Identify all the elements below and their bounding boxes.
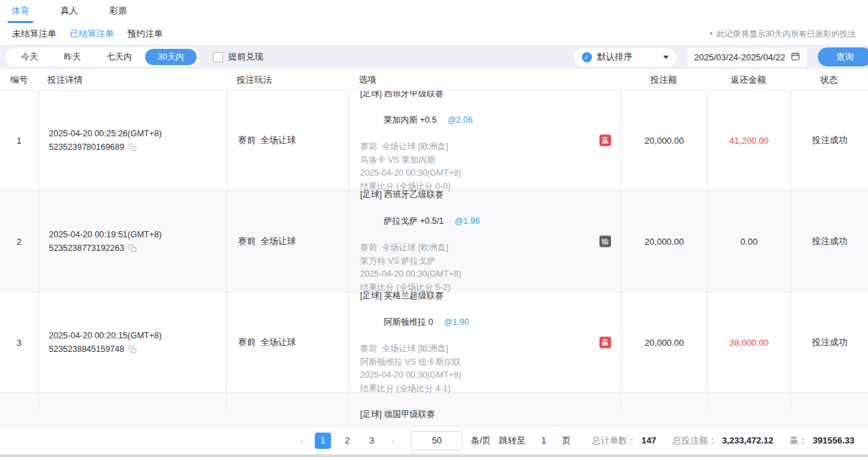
match-time: 2025-04-20 00:30(GMT+8) bbox=[360, 369, 620, 382]
total-count-label: 总计单数： bbox=[592, 435, 636, 447]
cashout-label: 提前兑现 bbox=[228, 51, 263, 63]
league-name: [足球] 西班牙乙级联赛 bbox=[360, 188, 620, 202]
bet-option-cell: [足球] 德国甲级联赛 bbox=[348, 393, 620, 422]
page-2-button[interactable]: 2 bbox=[339, 433, 355, 449]
result-badge: 赢 bbox=[599, 337, 611, 349]
search-button[interactable]: 查询 bbox=[818, 47, 868, 66]
cashout-filter[interactable]: 提前兑现 bbox=[213, 51, 263, 63]
payout-amount: 0.00 bbox=[741, 237, 757, 247]
stake-amount: 20,000.00 bbox=[620, 293, 707, 392]
match-time: 2025-04-20 00:30(GMT+8) bbox=[360, 268, 620, 281]
bet-option-cell: [足球] 西班牙乙级联赛 萨拉戈萨 +0.5/1@1.96 赛前 全场让球 [欧… bbox=[348, 191, 620, 292]
header-option: 选项 bbox=[348, 74, 620, 86]
table-header: 编号 投注详情 投注玩法 选项 投注额 返还金额 状态 bbox=[0, 69, 868, 91]
bet-play-cell: 赛前 全场让球 bbox=[226, 293, 348, 392]
filter-today[interactable]: 今天 bbox=[8, 49, 51, 65]
page-3-button[interactable]: 3 bbox=[363, 433, 380, 449]
filter-yesterday[interactable]: 昨天 bbox=[51, 49, 94, 65]
payout-amount bbox=[707, 393, 790, 408]
result-badge: 输 bbox=[599, 236, 611, 247]
stake-amount: 20,000.00 bbox=[620, 191, 707, 292]
sort-dropdown[interactable]: ✓ 默认排序 bbox=[574, 48, 677, 66]
filter-bar: 今天 昨天 七天内 30天内 提前兑现 ✓ 默认排序 2025/03/24-20… bbox=[0, 45, 868, 69]
odds-value: @1.90 bbox=[444, 317, 469, 327]
bet-id: 5235239780169689 bbox=[49, 142, 124, 152]
subtab-settled[interactable]: 已结算注单 bbox=[63, 28, 121, 40]
tab-live-casino[interactable]: 真人 bbox=[60, 0, 78, 23]
match-teams: 莱万特 VS 萨拉戈萨 bbox=[360, 255, 620, 269]
total-win-label: 赢： bbox=[790, 435, 808, 447]
copy-icon[interactable] bbox=[128, 345, 137, 354]
sub-tab-bar: 未结算注单 已结算注单 预约注单 • 此记录将显示30天内所有已派彩的投注 bbox=[0, 23, 868, 45]
bet-option-cell: [足球] 西班牙甲级联赛 莱加内斯 +0.5@2.06 赛前 全场让球 [欧洲盘… bbox=[348, 91, 620, 190]
result-badge: 赢 bbox=[599, 135, 611, 146]
match-teams: 马洛卡 VS 莱加内斯 bbox=[360, 154, 620, 167]
payout-amount: 38,000.00 bbox=[730, 338, 769, 348]
sort-dropdown-value: 默认排序 bbox=[597, 51, 658, 63]
subtab-reserved[interactable]: 预约注单 bbox=[121, 28, 170, 40]
pick-name: 萨拉戈萨 +0.5/1 bbox=[384, 216, 444, 226]
subtab-unsettled[interactable]: 未结算注单 bbox=[5, 28, 63, 40]
page-unit-label: 页 bbox=[562, 435, 571, 447]
page-1-button[interactable]: 1 bbox=[315, 433, 331, 449]
date-range-value: 2025/03/24-2025/04/22 bbox=[694, 52, 785, 62]
chevron-down-icon bbox=[663, 56, 669, 59]
tab-sports[interactable]: 体育 bbox=[12, 0, 29, 23]
row-number: 1 bbox=[0, 91, 38, 190]
bet-detail-cell: 2025-04-20 00:20:15(GMT+8) 5235238845159… bbox=[38, 293, 226, 392]
tab-lottery-label: 彩票 bbox=[109, 5, 127, 16]
horizontal-scrollbar[interactable] bbox=[0, 454, 868, 457]
play-detail: 赛前 全场让球 [欧洲盘] bbox=[360, 241, 620, 255]
odds-value: @2.06 bbox=[448, 115, 473, 125]
copy-icon[interactable] bbox=[128, 244, 137, 253]
bet-play-cell: 赛前 全场让球 bbox=[226, 191, 348, 292]
bet-id: 5235238773192263 bbox=[49, 243, 124, 253]
tab-live-casino-label: 真人 bbox=[60, 5, 78, 16]
match-teams: 阿斯顿维拉 VS 纽卡斯尔联 bbox=[360, 356, 620, 370]
table-row: 1 2025-04-20 00:25:26(GMT+8) 52352397801… bbox=[0, 91, 868, 191]
active-tab-underline bbox=[7, 21, 33, 23]
page-size-input[interactable] bbox=[411, 431, 462, 450]
filter-7days[interactable]: 七天内 bbox=[94, 49, 145, 65]
cashout-checkbox[interactable] bbox=[213, 52, 223, 62]
payout-amount: 41,200.00 bbox=[730, 136, 769, 146]
bet-time: 2025-04-20 00:19:51(GMT+8) bbox=[49, 230, 226, 239]
row-number: 3 bbox=[0, 293, 38, 392]
bet-play-cell: 赛前 全场让球 bbox=[226, 91, 348, 190]
pick-name: 阿斯顿维拉 0 bbox=[384, 317, 433, 327]
bet-time: 2025-04-20 00:25:26(GMT+8) bbox=[49, 129, 226, 138]
bet-status bbox=[790, 393, 868, 408]
bet-detail-cell bbox=[38, 393, 226, 408]
sort-check-icon: ✓ bbox=[582, 52, 592, 62]
bottom-bar: ‹ 1 2 3 › 条/页 跳转至 页 总计单数： 147 总投注额： 3,23… bbox=[0, 426, 868, 454]
play-detail: 赛前 全场让球 [欧洲盘] bbox=[360, 140, 620, 154]
date-range-picker[interactable]: 2025/03/24-2025/04/22 bbox=[688, 48, 807, 66]
bet-id: 5235238845159748 bbox=[49, 344, 124, 354]
jump-to-label: 跳转至 bbox=[499, 435, 526, 447]
play-detail: 赛前 全场让球 [欧洲盘] bbox=[360, 342, 620, 356]
main-tab-bar: 体育 真人 彩票 bbox=[0, 0, 868, 23]
table-body: 1 2025-04-20 00:25:26(GMT+8) 52352397801… bbox=[0, 91, 868, 426]
stake-amount bbox=[620, 393, 707, 408]
quick-date-filter-group: 今天 昨天 七天内 30天内 bbox=[5, 47, 199, 66]
filter-30days[interactable]: 30天内 bbox=[145, 49, 197, 65]
filter-right-controls: ✓ 默认排序 2025/03/24-2025/04/22 查询 bbox=[574, 47, 863, 66]
totals-summary: 总计单数： 147 总投注额： 3,233,472.12 赢： 391556.3… bbox=[592, 435, 868, 447]
settled-bets-page: 体育 真人 彩票 未结算注单 已结算注单 预约注单 • 此记录将显示30天内所有… bbox=[0, 0, 868, 457]
bet-option-cell: [足球] 英格兰超级联赛 阿斯顿维拉 0@1.90 赛前 全场让球 [欧洲盘] … bbox=[348, 293, 620, 392]
pick-name: 莱加内斯 +0.5 bbox=[384, 115, 437, 125]
bet-status: 投注成功 bbox=[790, 191, 868, 292]
table-row: 3 2025-04-20 00:20:15(GMT+8) 52352388451… bbox=[0, 293, 868, 393]
record-note-text: 此记录将显示30天内所有已派彩的投注 bbox=[717, 28, 856, 40]
jump-page-input[interactable] bbox=[534, 435, 554, 445]
header-payout: 返还金额 bbox=[707, 74, 790, 86]
league-name: [足球] 英格兰超级联赛 bbox=[360, 290, 620, 303]
league-name: [足球] 德国甲级联赛 bbox=[360, 408, 620, 422]
copy-icon[interactable] bbox=[128, 143, 137, 152]
tab-lottery[interactable]: 彩票 bbox=[109, 0, 127, 23]
prev-page-icon[interactable]: ‹ bbox=[297, 435, 307, 446]
next-page-icon[interactable]: › bbox=[388, 435, 397, 446]
odds-value: @1.96 bbox=[454, 216, 479, 226]
calendar-icon bbox=[791, 52, 800, 63]
bet-detail-cell: 2025-04-20 00:25:26(GMT+8) 5235239780169… bbox=[38, 91, 226, 190]
